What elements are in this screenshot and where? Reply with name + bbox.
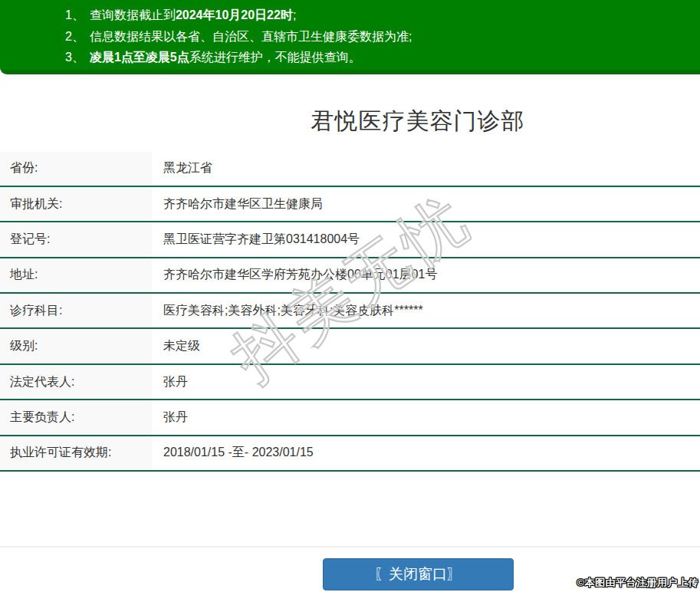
notice-text: 查询数据截止到 — [90, 8, 176, 21]
table-row-license-validity: 执业许可证有效期: 2018/01/15 -至- 2023/01/15 — [0, 436, 700, 472]
row-label: 主要负责人: — [0, 400, 152, 434]
table-row-address: 地址: 齐齐哈尔市建华区学府芳苑办公楼00单元01层01号 — [0, 258, 700, 294]
row-label: 法定代表人: — [0, 365, 152, 399]
table-row-registration-number: 登记号: 黑卫医证营字齐建卫第031418004号 — [0, 222, 700, 258]
row-label: 登记号: — [0, 222, 152, 256]
row-label: 执业许可证有效期: — [0, 436, 152, 470]
table-row-medical-subjects: 诊疗科目: 医疗美容科;美容外科;美容牙科;美容皮肤科****** — [0, 294, 700, 329]
page-title: 君悦医疗美容门诊部 — [0, 74, 700, 152]
table-row-legal-representative: 法定代表人: 张丹 — [0, 365, 700, 400]
table-row-level: 级别: 未定级 — [0, 329, 700, 364]
notice-banner: 1、查询数据截止到2024年10月20日22时; 2、信息数据结果以各省、自治区… — [0, 0, 700, 74]
row-value: 2018/01/15 -至- 2023/01/15 — [152, 436, 700, 470]
row-value: 黑龙江省 — [152, 152, 700, 186]
row-value: 黑卫医证营字齐建卫第031418004号 — [152, 222, 700, 256]
notice-text: 系统进行维护，不能提供查询。 — [189, 51, 361, 64]
notice-line-2: 2、信息数据结果以各省、自治区、直辖市卫生健康委数据为准; — [65, 26, 700, 48]
notice-text: ; — [293, 8, 296, 21]
institution-info-table: 省份: 黑龙江省 审批机关: 齐齐哈尔市建华区卫生健康局 登记号: 黑卫医证营字… — [0, 152, 700, 472]
notice-number: 1、 — [65, 5, 84, 26]
row-label: 省份: — [0, 152, 152, 186]
close-window-button[interactable]: 〖关闭窗口〗 — [323, 558, 514, 590]
notice-text: 信息数据结果以各省、自治区、直辖市卫生健康委数据为准; — [90, 30, 412, 43]
row-value: 张丹 — [152, 365, 700, 399]
row-label: 诊疗科目: — [0, 294, 152, 327]
row-value: 医疗美容科;美容外科;美容牙科;美容皮肤科****** — [152, 294, 700, 327]
corner-credit-watermark: ©本图由平台注册用户上传 — [577, 576, 698, 590]
notice-text-bold: 2024年10月20日22时 — [176, 8, 293, 21]
row-value: 齐齐哈尔市建华区学府芳苑办公楼00单元01层01号 — [152, 258, 700, 292]
row-label: 审批机关: — [0, 187, 152, 221]
notice-line-3: 3、凌晨1点至凌晨5点系统进行维护，不能提供查询。 — [65, 47, 700, 68]
row-value: 未定级 — [152, 329, 700, 363]
table-row-main-person-in-charge: 主要负责人: 张丹 — [0, 400, 700, 436]
row-label: 地址: — [0, 258, 152, 292]
row-value: 齐齐哈尔市建华区卫生健康局 — [152, 187, 700, 221]
row-label: 级别: — [0, 329, 152, 363]
notice-line-1: 1、查询数据截止到2024年10月20日22时; — [65, 5, 700, 26]
page-viewport: 1、查询数据截止到2024年10月20日22时; 2、信息数据结果以各省、自治区… — [0, 0, 700, 592]
notice-number: 2、 — [65, 26, 84, 48]
notice-text-bold: 凌晨1点至凌晨5点 — [90, 51, 189, 64]
table-row-approval-authority: 审批机关: 齐齐哈尔市建华区卫生健康局 — [0, 187, 700, 222]
notice-number: 3、 — [65, 47, 84, 68]
table-row-province: 省份: 黑龙江省 — [0, 152, 700, 187]
page-content: 1、查询数据截止到2024年10月20日22时; 2、信息数据结果以各省、自治区… — [0, 0, 700, 590]
row-value: 张丹 — [152, 400, 700, 434]
